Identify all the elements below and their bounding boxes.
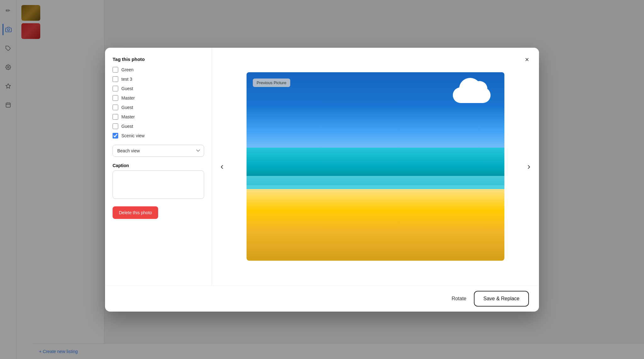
checkbox-green[interactable]: [113, 67, 118, 73]
checkbox-guest2[interactable]: [113, 105, 118, 110]
checkbox-label-guest1: Guest: [121, 86, 133, 91]
checkbox-list: Green test 3 Guest Master: [113, 67, 204, 139]
delete-photo-button[interactable]: Delete this photo: [113, 206, 158, 219]
checkbox-label-master1: Master: [121, 95, 135, 101]
checkbox-scenic-view[interactable]: [113, 133, 118, 139]
left-panel: Tag this photo Green test 3 Guest: [105, 48, 212, 286]
rotate-label: Rotate: [452, 296, 466, 302]
checkbox-label-master2: Master: [121, 114, 135, 119]
photo-edit-modal: × Tag this photo Green test 3 G: [105, 48, 539, 312]
checkbox-guest3[interactable]: [113, 123, 118, 129]
next-arrow-button[interactable]: ›: [522, 160, 536, 173]
modal-overlay: × Tag this photo Green test 3 G: [0, 0, 644, 359]
checkbox-master2[interactable]: [113, 114, 118, 120]
caption-textarea[interactable]: [113, 171, 204, 199]
save-replace-button[interactable]: Save & Replace: [474, 291, 529, 307]
checkbox-label-guest3: Guest: [121, 124, 133, 129]
checkbox-item-test3[interactable]: test 3: [113, 76, 204, 82]
checkbox-item-guest1[interactable]: Guest: [113, 86, 204, 91]
prev-arrow-button[interactable]: ‹: [215, 160, 229, 173]
checkbox-master1[interactable]: [113, 95, 118, 101]
checkbox-item-scenic-view[interactable]: Scenic view: [113, 133, 204, 139]
sand-beach: [247, 189, 504, 261]
checkbox-item-master2[interactable]: Master: [113, 114, 204, 120]
checkbox-item-master1[interactable]: Master: [113, 95, 204, 101]
caption-label: Caption: [113, 163, 204, 168]
modal-footer: Rotate Save & Replace: [105, 286, 539, 312]
checkbox-item-green[interactable]: Green: [113, 67, 204, 73]
checkbox-item-guest3[interactable]: Guest: [113, 123, 204, 129]
checkbox-label-scenic-view: Scenic view: [121, 133, 145, 138]
beach-photo: Previous Picture: [247, 72, 504, 261]
checkbox-label-guest2: Guest: [121, 105, 133, 110]
checkbox-guest1[interactable]: [113, 86, 118, 91]
beach-scene: [247, 72, 504, 261]
category-dropdown[interactable]: Beach view Scenic view Interior Exterior: [113, 145, 204, 157]
modal-body: Tag this photo Green test 3 Guest: [105, 48, 539, 286]
close-button[interactable]: ×: [521, 54, 533, 65]
checkbox-label-green: Green: [121, 67, 134, 72]
dropdown-wrapper: Beach view Scenic view Interior Exterior: [113, 145, 204, 157]
checkbox-item-guest2[interactable]: Guest: [113, 105, 204, 110]
tag-panel-title: Tag this photo: [113, 57, 204, 62]
image-panel: ‹: [212, 48, 539, 286]
checkbox-label-test3: test 3: [121, 77, 132, 82]
checkbox-test3[interactable]: [113, 76, 118, 82]
cloud1: [453, 87, 491, 103]
